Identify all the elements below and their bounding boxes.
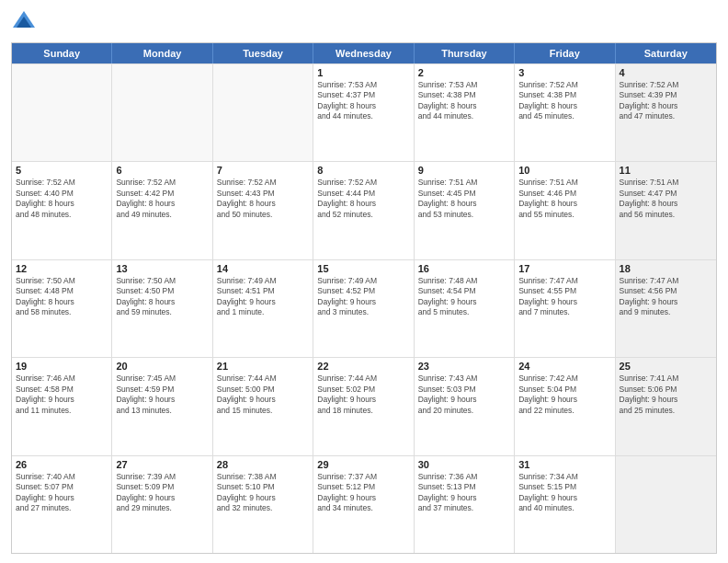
table-row [213,64,313,161]
calendar: SundayMondayTuesdayWednesdayThursdayFrid… [11,42,717,554]
day-number: 16 [418,263,510,274]
table-row: 8Sunrise: 7:52 AM Sunset: 4:44 PM Daylig… [313,162,414,259]
cell-details: Sunrise: 7:41 AM Sunset: 5:06 PM Dayligh… [620,373,712,416]
cell-details: Sunrise: 7:53 AM Sunset: 4:38 PM Dayligh… [418,80,510,122]
day-number: 7 [217,165,309,176]
table-row: 20Sunrise: 7:45 AM Sunset: 4:59 PM Dayli… [112,358,212,454]
header-cell-saturday: Saturday [616,43,716,63]
day-number: 2 [418,67,510,78]
day-number: 28 [217,459,309,470]
cal-row-4: 26Sunrise: 7:40 AM Sunset: 5:07 PM Dayli… [12,455,716,553]
day-number: 19 [16,361,108,372]
table-row: 3Sunrise: 7:52 AM Sunset: 4:38 PM Daylig… [515,64,615,161]
cell-details: Sunrise: 7:50 AM Sunset: 4:48 PM Dayligh… [16,276,108,318]
table-row: 4Sunrise: 7:52 AM Sunset: 4:39 PM Daylig… [616,64,716,161]
cell-details: Sunrise: 7:47 AM Sunset: 4:56 PM Dayligh… [620,276,712,318]
table-row: 5Sunrise: 7:52 AM Sunset: 4:40 PM Daylig… [12,162,112,259]
day-number: 27 [116,459,208,470]
table-row: 16Sunrise: 7:48 AM Sunset: 4:54 PM Dayli… [415,260,515,357]
day-number: 15 [317,263,409,274]
cal-row-0: 1Sunrise: 7:53 AM Sunset: 4:37 PM Daylig… [12,63,716,161]
cell-details: Sunrise: 7:48 AM Sunset: 4:54 PM Dayligh… [418,276,510,318]
table-row: 9Sunrise: 7:51 AM Sunset: 4:45 PM Daylig… [415,162,515,259]
table-row: 1Sunrise: 7:53 AM Sunset: 4:37 PM Daylig… [313,64,414,161]
day-number: 1 [317,67,409,78]
page: SundayMondayTuesdayWednesdayThursdayFrid… [0,0,728,563]
cell-details: Sunrise: 7:49 AM Sunset: 4:52 PM Dayligh… [317,276,409,318]
header-cell-wednesday: Wednesday [313,43,414,63]
day-number: 24 [518,361,610,372]
table-row: 12Sunrise: 7:50 AM Sunset: 4:48 PM Dayli… [12,260,112,357]
header-cell-sunday: Sunday [12,43,112,63]
day-number: 30 [418,459,510,470]
day-number: 18 [620,263,712,274]
cell-details: Sunrise: 7:53 AM Sunset: 4:37 PM Dayligh… [317,80,409,122]
cell-details: Sunrise: 7:51 AM Sunset: 4:45 PM Dayligh… [418,178,510,220]
day-number: 10 [518,165,610,176]
logo [11,9,40,35]
cell-details: Sunrise: 7:40 AM Sunset: 5:07 PM Dayligh… [16,472,108,514]
table-row: 2Sunrise: 7:53 AM Sunset: 4:38 PM Daylig… [415,64,515,161]
cell-details: Sunrise: 7:44 AM Sunset: 5:02 PM Dayligh… [317,373,409,416]
table-row: 28Sunrise: 7:38 AM Sunset: 5:10 PM Dayli… [213,456,313,553]
cell-details: Sunrise: 7:52 AM Sunset: 4:38 PM Dayligh… [518,80,610,122]
calendar-body: 1Sunrise: 7:53 AM Sunset: 4:37 PM Daylig… [12,63,716,553]
header-cell-monday: Monday [112,43,212,63]
day-number: 21 [217,361,309,372]
table-row: 11Sunrise: 7:51 AM Sunset: 4:47 PM Dayli… [616,162,716,259]
cell-details: Sunrise: 7:37 AM Sunset: 5:12 PM Dayligh… [317,472,409,514]
header-cell-thursday: Thursday [415,43,515,63]
header-cell-tuesday: Tuesday [213,43,313,63]
table-row: 23Sunrise: 7:43 AM Sunset: 5:03 PM Dayli… [415,358,515,454]
day-number: 25 [620,361,712,372]
day-number: 20 [116,361,208,372]
cell-details: Sunrise: 7:44 AM Sunset: 5:00 PM Dayligh… [217,373,309,416]
day-number: 17 [518,263,610,274]
cell-details: Sunrise: 7:52 AM Sunset: 4:42 PM Dayligh… [116,178,208,220]
table-row: 7Sunrise: 7:52 AM Sunset: 4:43 PM Daylig… [213,162,313,259]
table-row [616,456,716,553]
day-number: 23 [418,361,510,372]
table-row: 21Sunrise: 7:44 AM Sunset: 5:00 PM Dayli… [213,358,313,454]
table-row: 29Sunrise: 7:37 AM Sunset: 5:12 PM Dayli… [313,456,414,553]
day-number: 11 [620,165,712,176]
day-number: 22 [317,361,409,372]
cal-row-1: 5Sunrise: 7:52 AM Sunset: 4:40 PM Daylig… [12,161,716,259]
table-row: 30Sunrise: 7:36 AM Sunset: 5:13 PM Dayli… [415,456,515,553]
table-row: 17Sunrise: 7:47 AM Sunset: 4:55 PM Dayli… [515,260,615,357]
day-number: 12 [16,263,108,274]
header-cell-friday: Friday [515,43,615,63]
day-number: 31 [518,459,610,470]
table-row: 27Sunrise: 7:39 AM Sunset: 5:09 PM Dayli… [112,456,212,553]
day-number: 26 [16,459,108,470]
table-row: 26Sunrise: 7:40 AM Sunset: 5:07 PM Dayli… [12,456,112,553]
cell-details: Sunrise: 7:50 AM Sunset: 4:50 PM Dayligh… [116,276,208,318]
cell-details: Sunrise: 7:39 AM Sunset: 5:09 PM Dayligh… [116,472,208,514]
header [11,9,717,35]
day-number: 29 [317,459,409,470]
cell-details: Sunrise: 7:43 AM Sunset: 5:03 PM Dayligh… [418,373,510,416]
table-row [112,64,212,161]
table-row: 14Sunrise: 7:49 AM Sunset: 4:51 PM Dayli… [213,260,313,357]
cell-details: Sunrise: 7:49 AM Sunset: 4:51 PM Dayligh… [217,276,309,318]
table-row: 15Sunrise: 7:49 AM Sunset: 4:52 PM Dayli… [313,260,414,357]
cell-details: Sunrise: 7:46 AM Sunset: 4:58 PM Dayligh… [16,373,108,416]
cell-details: Sunrise: 7:47 AM Sunset: 4:55 PM Dayligh… [518,276,610,318]
table-row: 25Sunrise: 7:41 AM Sunset: 5:06 PM Dayli… [616,358,716,454]
day-number: 9 [418,165,510,176]
day-number: 14 [217,263,309,274]
cell-details: Sunrise: 7:52 AM Sunset: 4:43 PM Dayligh… [217,178,309,220]
cal-row-2: 12Sunrise: 7:50 AM Sunset: 4:48 PM Dayli… [12,259,716,357]
cell-details: Sunrise: 7:52 AM Sunset: 4:39 PM Dayligh… [620,80,712,122]
calendar-header: SundayMondayTuesdayWednesdayThursdayFrid… [12,43,716,63]
cell-details: Sunrise: 7:51 AM Sunset: 4:46 PM Dayligh… [518,178,610,220]
cell-details: Sunrise: 7:52 AM Sunset: 4:44 PM Dayligh… [317,178,409,220]
cell-details: Sunrise: 7:36 AM Sunset: 5:13 PM Dayligh… [418,472,510,514]
table-row: 18Sunrise: 7:47 AM Sunset: 4:56 PM Dayli… [616,260,716,357]
logo-icon [11,9,37,35]
day-number: 6 [116,165,208,176]
cell-details: Sunrise: 7:38 AM Sunset: 5:10 PM Dayligh… [217,472,309,514]
cell-details: Sunrise: 7:42 AM Sunset: 5:04 PM Dayligh… [518,373,610,416]
cell-details: Sunrise: 7:52 AM Sunset: 4:40 PM Dayligh… [16,178,108,220]
table-row: 10Sunrise: 7:51 AM Sunset: 4:46 PM Dayli… [515,162,615,259]
